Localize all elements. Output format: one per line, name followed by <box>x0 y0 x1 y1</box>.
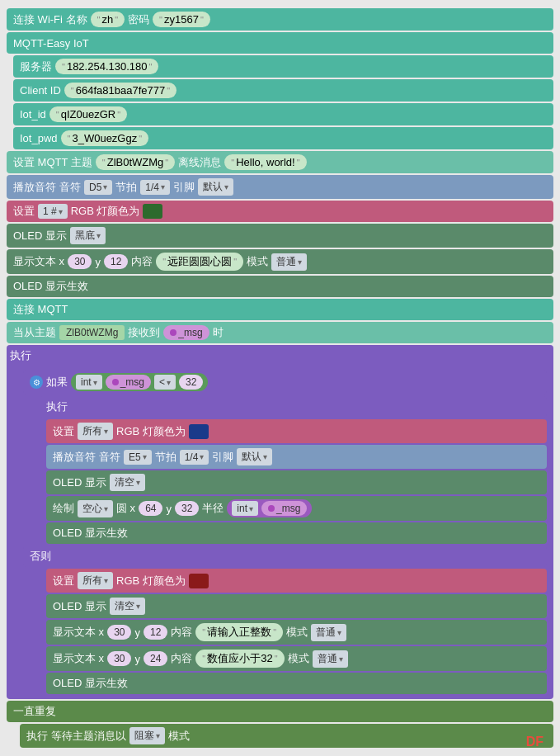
content-value[interactable]: "远距圆圆心圆" <box>156 253 243 271</box>
iot-pwd-block: Iot_pwd "3_W0uezGgz" <box>13 127 553 149</box>
iot-pwd-value[interactable]: "3_W0uezGgz" <box>61 130 149 146</box>
mqtt-easy-iot-block: MQTT-Easy IoT <box>7 32 553 54</box>
mqtt-connect-label: 连接 MQTT <box>13 302 68 317</box>
dt3-content[interactable]: "数值应小于32" <box>195 650 284 668</box>
offline-value[interactable]: "Hello, world!" <box>224 154 306 170</box>
note-e5-dropdown[interactable]: E5 <box>124 450 152 465</box>
dt3-x[interactable]: 30 <box>107 651 131 666</box>
dt2-x[interactable]: 30 <box>107 625 131 640</box>
wifi-label: 连接 Wi-Fi 名称 <box>13 12 87 27</box>
iot-id-value[interactable]: "qIZ0uezGR" <box>49 106 127 122</box>
then-execute-label: 执行 <box>40 396 547 418</box>
client-id-block: Client ID "664fa81baa7fe777" <box>13 79 553 102</box>
oled-effect-label: OLED 显示生效 <box>13 279 88 294</box>
circle-y[interactable]: 32 <box>175 501 199 516</box>
beat-dropdown[interactable]: 1/4 <box>140 180 170 195</box>
receive-topic[interactable]: ZlB0tWZMg <box>59 325 125 340</box>
oled-mode-dropdown[interactable]: 黑底 <box>70 227 106 244</box>
else-label: 否则 <box>23 546 547 567</box>
text-mode-dropdown[interactable]: 普通 <box>271 253 307 271</box>
draw-circle-block: 绘制 空心 圆 x 64 y 32 半径 int _msg <box>46 496 547 521</box>
radius-int-dropdown[interactable]: int <box>232 501 258 516</box>
rgb-all-red-dropdown[interactable]: 所有 <box>78 572 113 589</box>
password-bubble[interactable]: "zy1567" <box>153 12 210 27</box>
radius-msg[interactable]: _msg <box>261 501 307 516</box>
oled-clear-dropdown[interactable]: 清空 <box>110 474 145 491</box>
condition-block: int _msg < 32 <box>71 373 208 391</box>
rgb-all-color[interactable] <box>189 424 209 439</box>
oled-effect-block: OLED 显示生效 <box>7 276 553 297</box>
dt2-content[interactable]: "请输入正整数" <box>195 623 283 641</box>
df-label: DF <box>526 735 544 749</box>
password-label: 密码 <box>128 12 149 27</box>
mqtt-topic-block: 设置 MQTT 主题 "ZlB0tWZMg" 离线消息 "Hello, worl… <box>7 151 553 173</box>
note-dropdown[interactable]: D5 <box>84 180 112 195</box>
play-note-block: 播放音符 音符 D5 节拍 1/4 引脚 默认 <box>7 175 553 199</box>
pin-label: 引脚 <box>173 180 195 195</box>
oled-effect-then: OLED 显示生效 <box>46 522 547 544</box>
receive-label: 接收到 <box>128 325 160 340</box>
fill-dropdown[interactable]: 空心 <box>78 500 113 517</box>
display-text-label: 显示文本 x <box>13 254 64 269</box>
beat-e5-dropdown[interactable]: 1/4 <box>180 450 209 465</box>
server-value[interactable]: "182.254.130.180" <box>55 59 158 74</box>
else-container: 设置 所有 RGB 灯颜色为 OLED 显示 清空 显示文本 x 30 y 12… <box>40 569 547 694</box>
mqtt-easy-iot-label: MQTT-Easy IoT <box>13 37 89 50</box>
mode-label: 模式 <box>247 254 268 269</box>
rgb-pin-dropdown[interactable]: 1 # <box>38 204 68 219</box>
if-header: ⚙ 如果 int _msg < 32 <box>23 370 547 395</box>
msg-bubble[interactable]: _msg <box>163 325 209 340</box>
note-label: 音符 <box>59 180 81 195</box>
oled-show-label: OLED 显示 <box>13 229 67 243</box>
mqtt-receive-block: 当从主题 ZlB0tWZMg 接收到 _msg 时 <box>7 322 553 343</box>
gear-icon[interactable]: ⚙ <box>30 376 43 389</box>
cond-value[interactable]: 32 <box>179 375 203 390</box>
oled-clear2-block: OLED 显示 清空 <box>46 594 547 618</box>
if-label: 如果 <box>46 375 68 390</box>
radius-block: int _msg <box>227 499 312 517</box>
execute-wait-label: 执行 <box>26 729 48 744</box>
circle-x[interactable]: 64 <box>139 501 162 516</box>
dt3-mode[interactable]: 普通 <box>313 650 348 668</box>
rgb-set-label: 设置 <box>13 204 35 219</box>
workspace: 连接 Wi-Fi 名称 "zh" 密码 "zy1567" MQTT-Easy I… <box>0 0 560 756</box>
mqtt-topic-value[interactable]: "ZlB0tWZMg" <box>96 154 175 170</box>
dt3-y[interactable]: 24 <box>144 651 167 666</box>
iot-id-label: Iot_id <box>20 108 46 120</box>
display-text3-block: 显示文本 x 30 y 24 内容 "数值应小于32" 模式 普通 <box>46 646 547 671</box>
offline-label: 离线消息 <box>178 155 221 170</box>
mqtt-connect-block: 连接 MQTT <box>7 299 553 320</box>
pin-dropdown[interactable]: 默认 <box>198 178 233 196</box>
client-id-label: Client ID <box>20 84 61 97</box>
rgb-color-swatch[interactable] <box>143 204 162 219</box>
beat-label: 节拍 <box>115 180 137 195</box>
oled-effect-else: OLED 显示生效 <box>46 673 547 694</box>
iot-pwd-label: Iot_pwd <box>20 132 58 144</box>
ssid-bubble[interactable]: "zh" <box>91 12 125 27</box>
forever-label: 一直重复 <box>13 704 56 719</box>
dt2-mode[interactable]: 普通 <box>311 624 346 641</box>
op-dropdown[interactable]: < <box>154 375 176 390</box>
cond-msg[interactable]: _msg <box>106 375 151 390</box>
mqtt-receive-label: 当从主题 <box>13 325 56 340</box>
server-block: 服务器 "182.254.130.180" <box>13 55 553 78</box>
rgb-all-red-block: 设置 所有 RGB 灯颜色为 <box>46 569 547 593</box>
oled-show-block: OLED 显示 黑底 <box>7 224 553 248</box>
mqtt-topic-label: 设置 MQTT 主题 <box>13 155 92 170</box>
int-dropdown[interactable]: int <box>76 375 102 390</box>
pin-e5-dropdown[interactable]: 默认 <box>237 448 272 465</box>
then-container: 执行 设置 所有 RGB 灯颜色为 播放音符 音符 E5 节拍 1/4 引脚 <box>40 396 547 544</box>
oled-clear-block: OLED 显示 清空 <box>46 470 547 494</box>
play-note-e5-block: 播放音符 音符 E5 节拍 1/4 引脚 默认 <box>46 445 547 469</box>
dt2-y[interactable]: 12 <box>144 625 167 640</box>
wait-label: 等待主题消息以 <box>51 729 126 744</box>
y-value[interactable]: 12 <box>104 254 128 269</box>
rgb-red-color[interactable] <box>189 574 209 588</box>
mode-dropdown[interactable]: 阻塞 <box>129 727 165 744</box>
client-id-value[interactable]: "664fa81baa7fe777" <box>64 83 176 98</box>
rgb-all-dropdown[interactable]: 所有 <box>78 423 113 440</box>
oled-clear2-dropdown[interactable]: 清空 <box>110 598 145 615</box>
x-value[interactable]: 30 <box>68 254 92 269</box>
mode-suffix: 模式 <box>168 729 190 744</box>
time-label: 时 <box>213 325 224 340</box>
